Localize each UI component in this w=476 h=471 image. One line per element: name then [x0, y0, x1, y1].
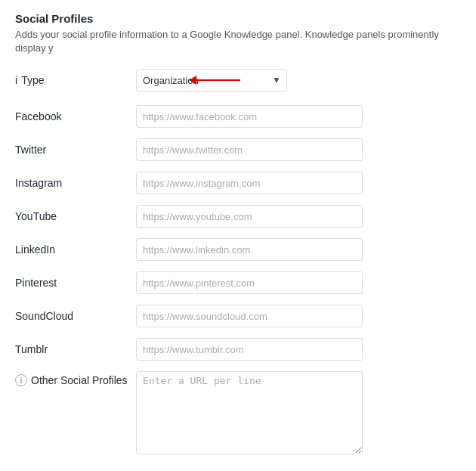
social-fields-container: FacebookTwitterInstagramYouTubeLinkedInP…: [15, 105, 461, 361]
field-row-tumblr: Tumblr: [15, 338, 461, 361]
label-instagram: Instagram: [15, 177, 136, 189]
input-instagram[interactable]: [136, 172, 363, 194]
label-soundcloud: SoundCloud: [15, 310, 136, 322]
type-row: i Type Organization Person ▼: [15, 69, 461, 91]
other-profiles-label: i Other Social Profiles: [15, 371, 136, 386]
label-youtube: YouTube: [15, 210, 136, 222]
label-linkedin: LinkedIn: [15, 243, 136, 256]
input-twitter[interactable]: [136, 138, 363, 161]
other-profiles-label-text: Other Social Profiles: [31, 374, 128, 386]
field-row-youtube: YouTube: [15, 205, 461, 228]
field-row-pinterest: Pinterest: [15, 271, 461, 294]
field-row-twitter: Twitter: [15, 138, 461, 161]
other-profiles-input[interactable]: [136, 371, 363, 454]
input-pinterest[interactable]: [136, 271, 363, 294]
field-row-instagram: Instagram: [15, 172, 461, 194]
field-row-soundcloud: SoundCloud: [15, 305, 461, 327]
other-profiles-row: i Other Social Profiles: [15, 371, 461, 454]
input-facebook[interactable]: [136, 105, 363, 128]
label-tumblr: Tumblr: [15, 343, 136, 355]
red-arrow-line: [195, 79, 240, 81]
field-row-facebook: Facebook: [15, 105, 461, 128]
label-pinterest: Pinterest: [15, 277, 136, 289]
type-label-text: Type: [21, 74, 44, 86]
input-tumblr[interactable]: [136, 338, 363, 361]
input-soundcloud[interactable]: [136, 305, 363, 327]
section-description: Adds your social profile information to …: [15, 28, 461, 55]
type-info-icon[interactable]: i: [15, 74, 17, 86]
field-row-linkedin: LinkedIn: [15, 238, 461, 261]
other-profiles-info-icon[interactable]: i: [15, 374, 27, 386]
input-linkedin[interactable]: [136, 238, 363, 261]
input-youtube[interactable]: [136, 205, 363, 228]
type-label: i Type: [15, 74, 136, 86]
section-title: Social Profiles: [15, 12, 461, 25]
label-facebook: Facebook: [15, 110, 136, 122]
red-arrow-indicator: [189, 76, 240, 85]
label-twitter: Twitter: [15, 144, 136, 156]
